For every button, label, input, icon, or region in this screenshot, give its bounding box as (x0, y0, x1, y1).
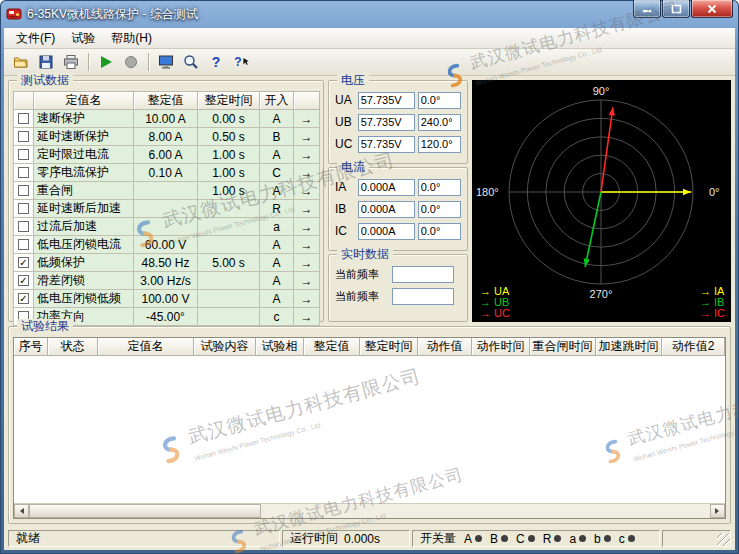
setting-time-cell: 1.00 s (198, 146, 260, 164)
results-column-header[interactable]: 动作时间 (472, 338, 530, 356)
table-row[interactable]: 定时限过电流 6.00 A 1.00 s A → (14, 146, 320, 164)
setting-time-cell (198, 290, 260, 308)
context-help-button[interactable]: ? (229, 51, 253, 73)
current-magnitude-field[interactable]: 0.000A (358, 201, 415, 218)
frequency-field[interactable] (392, 266, 454, 283)
frequency-field[interactable] (392, 288, 454, 305)
current-magnitude-field[interactable]: 0.000A (358, 223, 415, 240)
voltage-angle-field[interactable]: 0.0° (418, 92, 461, 109)
table-row[interactable]: 低电压闭锁电流 60.00 V A → (14, 236, 320, 254)
monitor-button[interactable] (154, 51, 178, 73)
scrollbar-track[interactable] (261, 504, 710, 518)
voltage-magnitude-field[interactable]: 57.735V (358, 136, 415, 153)
table-row[interactable]: 零序电流保护 0.10 A 1.00 s C → (14, 164, 320, 182)
close-button[interactable] (691, 0, 733, 18)
voltage-group: 电压 UA 57.735V 0.0° UB 57.735V 240 (328, 80, 468, 164)
results-column-header[interactable]: 加速跳时间 (596, 338, 662, 356)
scrollbar-thumb[interactable] (29, 504, 261, 518)
switch-indicator-icon (604, 535, 611, 542)
stop-icon (125, 56, 137, 68)
stop-button[interactable] (119, 51, 143, 73)
zoom-button[interactable] (179, 51, 203, 73)
scroll-right-button[interactable] (710, 504, 725, 518)
current-angle-field[interactable]: 0.0° (418, 201, 461, 218)
results-column-header[interactable]: 整定时间 (360, 338, 418, 356)
legend-item: → IC (700, 308, 725, 319)
column-header: 定值名 (34, 92, 134, 110)
results-column-header[interactable]: 试验内容 (194, 338, 256, 356)
row-checkbox[interactable] (18, 239, 29, 250)
switch-state: c (619, 532, 635, 546)
voltage-angle-field[interactable]: 240.0° (418, 114, 461, 131)
voltage-magnitude-field[interactable]: 57.735V (358, 92, 415, 109)
current-angle-field[interactable]: 0.0° (418, 223, 461, 240)
results-column-header[interactable]: 试验相 (256, 338, 304, 356)
row-arrow-icon: → (301, 130, 313, 144)
table-row[interactable]: ✓ 低频保护 48.50 Hz 5.00 s A → (14, 254, 320, 272)
input-channel-cell: A (260, 146, 294, 164)
row-checkbox[interactable]: ✓ (18, 293, 29, 304)
minimize-button[interactable] (633, 0, 661, 18)
switch-letter: B (490, 532, 498, 546)
input-channel-cell: a (260, 218, 294, 236)
scroll-left-button[interactable] (14, 504, 29, 518)
test-data-body: 速断保护 10.00 A 0.00 s A → 延时速断保护 (14, 110, 320, 326)
results-column-header[interactable]: 序号 (14, 338, 48, 356)
voltage-magnitude-field[interactable]: 57.735V (358, 114, 415, 131)
row-checkbox[interactable] (18, 167, 29, 178)
help-button[interactable]: ? (204, 51, 228, 73)
results-column-header[interactable]: 动作值 (418, 338, 472, 356)
switch-indicator-icon (579, 535, 586, 542)
results-column-header[interactable]: 定值名 (98, 338, 194, 356)
horizontal-scrollbar[interactable] (14, 503, 725, 518)
table-row[interactable]: 过流后加速 a → (14, 218, 320, 236)
switch-letter: a (569, 532, 576, 546)
open-button[interactable] (9, 51, 33, 73)
row-checkbox[interactable] (18, 185, 29, 196)
menu-item[interactable]: 试验 (63, 28, 103, 49)
results-body[interactable] (14, 356, 725, 503)
table-row[interactable]: ✓ 滑差闭锁 3.00 Hz/s A → (14, 272, 320, 290)
column-header: 整定值 (134, 92, 198, 110)
minimize-icon (642, 4, 652, 14)
table-row[interactable]: 延时速断保护 8.00 A 0.50 s B → (14, 128, 320, 146)
row-checkbox[interactable] (18, 203, 29, 214)
table-row[interactable]: 延时速断后加速 R → (14, 200, 320, 218)
print-button[interactable] (59, 51, 83, 73)
maximize-icon (671, 4, 682, 14)
row-checkbox[interactable] (18, 221, 29, 232)
current-angle-field[interactable]: 0.0° (418, 179, 461, 196)
voltage-angle-field[interactable]: 120.0° (418, 136, 461, 153)
row-checkbox[interactable] (18, 131, 29, 142)
switch-state: R (543, 532, 562, 546)
results-column-header[interactable]: 状态 (48, 338, 98, 356)
current-magnitude-field[interactable]: 0.000A (358, 179, 415, 196)
input-channel-cell: A (260, 110, 294, 128)
row-checkbox[interactable]: ✓ (18, 257, 29, 268)
row-checkbox[interactable] (18, 149, 29, 160)
toolbar-separator (88, 53, 89, 71)
setting-time-cell: 5.00 s (198, 254, 260, 272)
table-row[interactable]: 重合闸 1.00 s A → (14, 182, 320, 200)
window-title: 6-35KV微机线路保护 - 综合测试 (27, 6, 198, 23)
run-button[interactable] (94, 51, 118, 73)
results-column-header[interactable]: 动作值2 (662, 338, 725, 356)
titlebar[interactable]: 6-35KV微机线路保护 - 综合测试 (0, 0, 739, 28)
menu-item[interactable]: 帮助(H) (103, 28, 160, 49)
group-title: 试验结果 (17, 319, 73, 334)
switch-indicator-icon (554, 535, 561, 542)
save-button[interactable] (34, 51, 58, 73)
results-column-header[interactable]: 重合闸时间 (530, 338, 596, 356)
switch-state: A (464, 532, 482, 546)
row-checkbox[interactable]: ✓ (18, 275, 29, 286)
row-checkbox[interactable] (18, 113, 29, 124)
phase-label: UC (335, 137, 355, 151)
group-title: 电流 (337, 160, 369, 175)
resize-grip-icon[interactable] (717, 533, 730, 546)
setting-name-cell: 重合闸 (34, 182, 134, 200)
menu-item[interactable]: 文件(F) (8, 28, 63, 49)
maximize-button[interactable] (662, 0, 690, 18)
results-column-header[interactable]: 整定值 (304, 338, 360, 356)
table-row[interactable]: 速断保护 10.00 A 0.00 s A → (14, 110, 320, 128)
table-row[interactable]: ✓ 低电压闭锁低频 100.00 V A → (14, 290, 320, 308)
